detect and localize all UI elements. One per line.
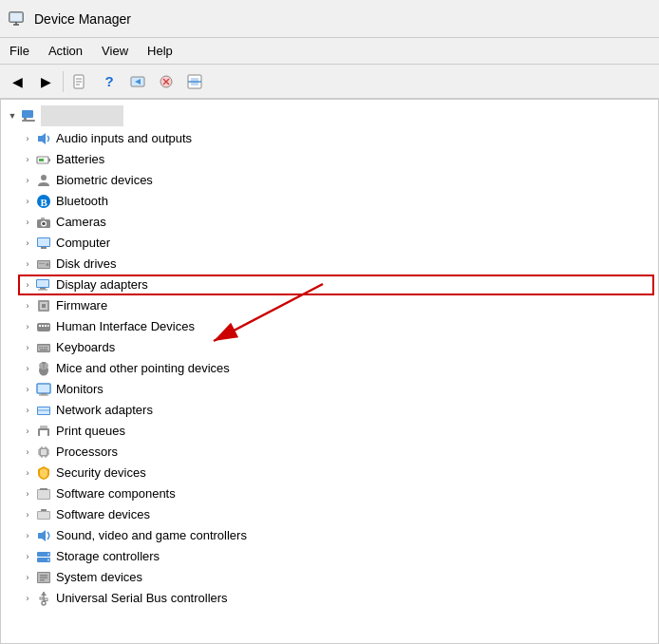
expander-storage[interactable]: ›: [20, 549, 35, 564]
expander-processors[interactable]: ›: [20, 445, 35, 460]
svg-rect-59: [42, 362, 46, 364]
expander-softcomp[interactable]: ›: [20, 486, 35, 502]
update-driver-button[interactable]: [124, 69, 151, 94]
tree-item-processors[interactable]: ›: [1, 442, 658, 463]
label-usb: Universal Serial Bus controllers: [56, 589, 228, 608]
icon-keyboards: [35, 339, 52, 356]
tree-item-cameras[interactable]: › Cameras: [1, 212, 658, 233]
svg-rect-102: [45, 598, 47, 601]
expander-print[interactable]: ›: [20, 424, 35, 439]
tree-item-hid[interactable]: › Human Interface Devices: [1, 316, 658, 337]
uninstall-button[interactable]: [153, 69, 179, 94]
tree-item-print[interactable]: › Print queues: [1, 421, 658, 442]
svg-marker-19: [38, 133, 46, 144]
icon-sound: [35, 527, 52, 544]
icon-mice: [35, 360, 52, 377]
forward-button[interactable]: ▶: [32, 69, 59, 94]
expander-network[interactable]: ›: [20, 403, 35, 418]
tree-item-storage[interactable]: › Storage controllers: [1, 546, 658, 567]
tree-item-firmware[interactable]: › Firmware: [1, 295, 658, 316]
expander-batteries[interactable]: ›: [20, 152, 35, 167]
tree-item-sysdev[interactable]: › System devices: [1, 567, 658, 588]
svg-rect-68: [40, 430, 47, 434]
menu-view[interactable]: View: [92, 40, 138, 62]
svg-rect-43: [42, 304, 46, 308]
tree-item-bluetooth[interactable]: › B Bluetooth: [1, 191, 658, 212]
icon-storage: [35, 548, 52, 565]
svg-point-28: [42, 222, 46, 226]
svg-marker-100: [41, 592, 47, 596]
expander-softdev[interactable]: ›: [20, 507, 35, 522]
label-sysdev: System devices: [56, 568, 142, 587]
tree-item-display[interactable]: › Display adapters: [1, 275, 658, 295]
expander-biometric[interactable]: ›: [20, 173, 35, 188]
expander-keyboards[interactable]: ›: [20, 340, 35, 355]
menu-help[interactable]: Help: [138, 40, 182, 62]
tree-item-sound[interactable]: › Sound, video and game controllers: [1, 525, 658, 546]
svg-rect-88: [41, 509, 47, 511]
svg-rect-98: [40, 579, 45, 581]
tree-item-batteries[interactable]: › Batteries: [1, 149, 658, 170]
svg-rect-72: [41, 449, 47, 455]
tree-item-disk[interactable]: › Disk drives: [1, 254, 658, 275]
expander-computer[interactable]: ›: [20, 236, 35, 251]
label-sound: Sound, video and game controllers: [56, 526, 247, 545]
expander-firmware[interactable]: ›: [20, 298, 35, 313]
icon-biometric: [35, 172, 52, 189]
svg-rect-54: [47, 347, 48, 349]
root-expander[interactable]: ▼: [5, 108, 20, 123]
svg-rect-48: [47, 325, 49, 327]
svg-rect-36: [39, 263, 45, 264]
expander-hid[interactable]: ›: [20, 319, 35, 334]
expander-mice[interactable]: ›: [20, 361, 35, 376]
tree-item-computer[interactable]: › Computer: [1, 233, 658, 254]
tree-item-mice[interactable]: › Mice and other pointing devices: [1, 358, 658, 379]
root-item[interactable]: ▼: [1, 104, 658, 128]
tree-item-softdev[interactable]: › Software devices: [1, 504, 658, 525]
icon-disk: [35, 256, 52, 273]
menu-bar: File Action View Help: [0, 38, 659, 65]
label-audio: Audio inputs and outputs: [56, 129, 192, 148]
label-display: Display adapters: [56, 275, 148, 294]
tree-item-softcomp[interactable]: › Software components: [1, 483, 658, 504]
scan-button[interactable]: [181, 69, 208, 94]
label-hid: Human Interface Devices: [56, 317, 195, 336]
label-disk: Disk drives: [56, 255, 117, 274]
tree-item-usb[interactable]: › Universal Serial Bus controllers: [1, 588, 658, 609]
tree-item-security[interactable]: › Security devices: [1, 463, 658, 483]
tree-item-monitors[interactable]: › Monitors: [1, 379, 658, 400]
expander-display[interactable]: ›: [20, 277, 35, 293]
tree-item-keyboards[interactable]: › Keyboards: [1, 337, 658, 358]
app-icon: [8, 9, 27, 28]
svg-point-93: [47, 559, 49, 561]
expander-cameras[interactable]: ›: [20, 215, 35, 230]
tree-item-audio[interactable]: › Audio inputs and outputs: [1, 128, 658, 149]
menu-file[interactable]: File: [0, 40, 39, 62]
menu-action[interactable]: Action: [39, 40, 92, 62]
expander-audio[interactable]: ›: [20, 131, 35, 146]
device-tree-panel[interactable]: ▼ ›: [0, 99, 659, 644]
expander-disk[interactable]: ›: [20, 256, 35, 272]
expander-security[interactable]: ›: [20, 465, 35, 481]
expander-sound[interactable]: ›: [20, 528, 35, 543]
expander-usb[interactable]: ›: [20, 591, 35, 606]
properties-button[interactable]: [67, 69, 94, 94]
back-button[interactable]: ◀: [4, 69, 30, 94]
svg-point-103: [42, 601, 46, 605]
svg-rect-61: [38, 385, 49, 392]
tree-item-network[interactable]: › Network adapters: [1, 400, 658, 421]
icon-audio: [35, 130, 52, 147]
expander-sysdev[interactable]: ›: [20, 570, 35, 585]
svg-rect-40: [38, 290, 47, 291]
svg-rect-52: [42, 347, 44, 349]
svg-rect-53: [44, 347, 46, 349]
svg-rect-44: [37, 323, 50, 331]
icon-softdev: [35, 506, 52, 523]
svg-rect-97: [40, 578, 47, 579]
label-firmware: Firmware: [56, 296, 107, 315]
tree-item-biometric[interactable]: › Biometric devices: [1, 170, 658, 191]
help-button[interactable]: ?: [96, 69, 122, 94]
expander-bluetooth[interactable]: ›: [20, 194, 35, 209]
expander-monitors[interactable]: ›: [20, 382, 35, 397]
svg-rect-63: [39, 395, 48, 396]
